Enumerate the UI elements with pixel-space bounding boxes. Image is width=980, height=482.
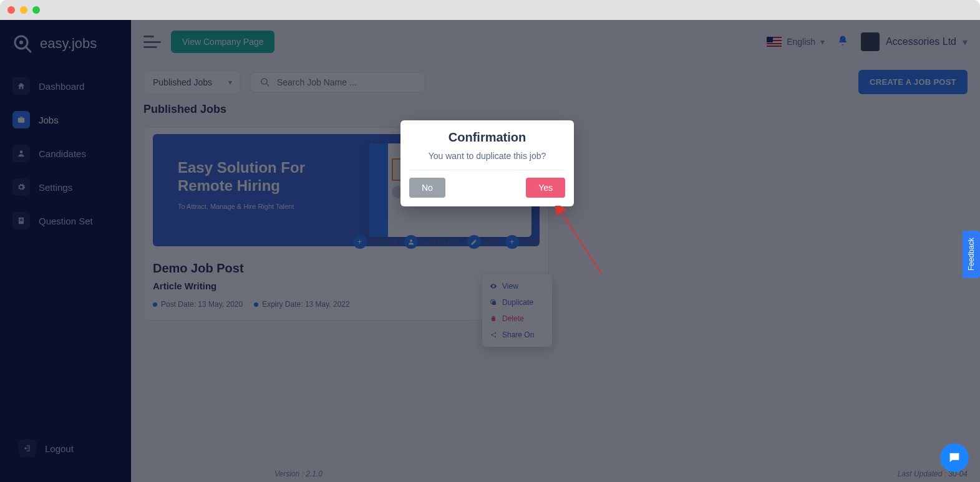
chevron-down-icon: ▾ <box>963 36 968 48</box>
svg-point-13 <box>495 332 496 334</box>
topbar-right: English ▾ Accessories Ltd ▾ <box>767 32 968 51</box>
modal-text: You want to duplicate this job? <box>409 151 565 170</box>
sidebar-label: Settings <box>39 182 72 193</box>
sidebar-label: Question Set <box>39 216 93 226</box>
chat-fab[interactable] <box>940 443 969 472</box>
company-selector[interactable]: Accessories Ltd ▾ <box>861 32 968 51</box>
expiry-date: Expiry Date: 13 May, 2022 <box>254 300 350 309</box>
toolbar: Published Jobs CREATE A JOB POST <box>143 64 968 100</box>
search-icon <box>260 77 271 88</box>
bell-icon[interactable] <box>837 35 848 49</box>
job-title: Demo Job Post <box>153 261 540 276</box>
search-input[interactable] <box>276 77 415 88</box>
copy-icon <box>490 299 497 306</box>
candidates-button[interactable]: Candidates <box>404 235 460 249</box>
language-selector[interactable]: English ▾ <box>767 37 825 47</box>
plus-icon: + <box>353 235 367 249</box>
svg-line-8 <box>266 84 269 86</box>
company-logo-icon <box>861 32 880 51</box>
hamburger-icon[interactable] <box>143 36 161 48</box>
banner-title-1: Easy Solution For <box>178 159 362 177</box>
job-actions: +Pipeline Candidates Edit +More <box>144 235 548 249</box>
chat-icon <box>948 451 961 465</box>
plus-icon: + <box>505 235 519 249</box>
search-box <box>250 72 425 92</box>
sidebar: easy.jobs Dashboard Jobs Candidates Sett… <box>0 20 131 482</box>
feedback-tab[interactable]: Feedback <box>963 231 980 278</box>
svg-point-14 <box>495 336 496 337</box>
more-dropdown: View Duplicate Delete Share On <box>482 274 552 347</box>
job-body: Demo Job Post Article Writing Post Date:… <box>153 261 540 309</box>
pencil-icon <box>467 235 481 249</box>
trash-icon <box>490 315 497 322</box>
sidebar-label: Logout <box>45 443 74 454</box>
sidebar-item-settings[interactable]: Settings <box>6 172 125 202</box>
svg-line-16 <box>492 335 495 337</box>
dropdown-delete[interactable]: Delete <box>482 311 552 327</box>
banner-text: Easy Solution For Remote Hiring To Attra… <box>153 134 362 246</box>
modal-no-button[interactable]: No <box>409 178 445 198</box>
user-icon <box>12 145 30 162</box>
sidebar-label: Dashboard <box>39 81 84 92</box>
edit-button[interactable]: Edit <box>467 235 498 249</box>
nav: Dashboard Jobs Candidates Settings Quest… <box>0 67 131 239</box>
modal-title: Confirmation <box>409 130 565 145</box>
sidebar-label: Candidates <box>39 148 86 159</box>
traffic-light-zoom-icon[interactable] <box>32 6 40 14</box>
svg-rect-6 <box>20 220 23 221</box>
svg-line-1 <box>26 47 31 52</box>
dropdown-view[interactable]: View <box>482 278 552 294</box>
job-meta: Post Date: 13 May, 2020 Expiry Date: 13 … <box>153 300 540 309</box>
svg-point-3 <box>20 150 23 153</box>
briefcase-icon <box>12 111 30 128</box>
company-name: Accessories Ltd <box>886 36 956 47</box>
section-title: Published Jobs <box>143 103 968 116</box>
topbar: View Company Page English ▾ Accessories … <box>131 20 980 64</box>
brand: easy.jobs <box>0 20 131 67</box>
sidebar-item-candidates[interactable]: Candidates <box>6 138 125 168</box>
dropdown-duplicate[interactable]: Duplicate <box>482 294 552 311</box>
flag-us-icon <box>767 37 782 47</box>
sidebar-label: Jobs <box>39 115 59 125</box>
home-icon <box>12 77 30 95</box>
svg-rect-10 <box>492 301 496 305</box>
svg-point-7 <box>261 79 267 84</box>
document-icon <box>12 212 30 229</box>
main: View Company Page English ▾ Accessories … <box>131 20 980 482</box>
confirmation-modal: Confirmation You want to duplicate this … <box>400 120 574 206</box>
sidebar-item-dashboard[interactable]: Dashboard <box>6 71 125 101</box>
view-company-button[interactable]: View Company Page <box>171 31 274 53</box>
brand-text: easy.jobs <box>40 36 97 52</box>
language-label: English <box>787 37 815 47</box>
svg-point-2 <box>19 41 23 44</box>
job-category: Article Writing <box>153 281 540 291</box>
user-icon <box>404 235 418 249</box>
chevron-down-icon: ▾ <box>820 37 825 47</box>
version-text: Version : 2.1.0 <box>274 470 323 478</box>
filter-select[interactable]: Published Jobs <box>143 70 240 94</box>
eye-icon <box>490 282 497 290</box>
svg-rect-5 <box>20 219 23 219</box>
post-date: Post Date: 13 May, 2020 <box>153 300 243 309</box>
logout-icon <box>19 440 36 457</box>
dropdown-share[interactable]: Share On <box>482 327 552 343</box>
share-icon <box>490 331 497 339</box>
pipeline-button[interactable]: +Pipeline <box>353 235 397 249</box>
svg-line-15 <box>492 334 495 335</box>
traffic-light-close-icon[interactable] <box>7 6 15 14</box>
traffic-light-minimize-icon[interactable] <box>20 6 27 14</box>
sidebar-item-jobs[interactable]: Jobs <box>6 105 125 135</box>
create-job-button[interactable]: CREATE A JOB POST <box>858 70 968 94</box>
gear-icon <box>12 178 30 196</box>
svg-point-12 <box>491 334 492 335</box>
modal-yes-button[interactable]: Yes <box>526 178 565 198</box>
sidebar-item-question-set[interactable]: Question Set <box>6 206 125 236</box>
banner-title-2: Remote Hiring <box>178 177 362 195</box>
more-button[interactable]: +More <box>505 235 540 249</box>
modal-buttons: No Yes <box>409 178 565 198</box>
footer: Version : 2.1.0 Last Updated : 30-04 <box>274 470 968 478</box>
mac-titlebar <box>0 0 980 20</box>
banner-sub: To Attract, Manage & Hire Right Talent <box>178 203 362 210</box>
brand-logo-icon <box>11 32 34 55</box>
sidebar-item-logout[interactable]: Logout <box>12 433 119 463</box>
